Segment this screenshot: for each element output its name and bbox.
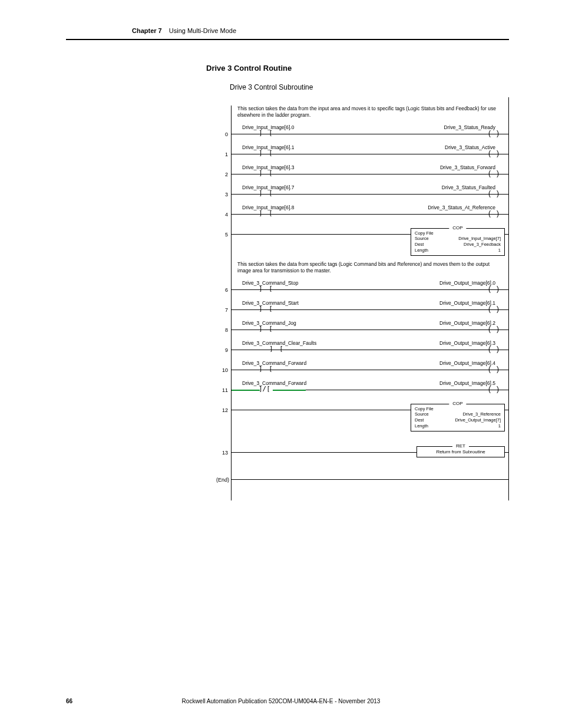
cop-value: 1: [498, 248, 501, 253]
cop-field: Length: [415, 423, 428, 429]
rung-number: 0: [220, 131, 228, 137]
xio-label: Drive_3_Command_Forward: [242, 380, 306, 386]
cop-name: Copy File: [415, 230, 501, 236]
ret-instruction: RET Return from Subroutine: [416, 446, 505, 457]
ote-label: Drive_Output_Image[6].2: [439, 320, 495, 326]
cop-field: Dest: [415, 242, 424, 248]
ote-label: Drive_Output_Image[6].0: [439, 280, 495, 286]
ote-label: Drive_Output_Image[6].5: [439, 380, 495, 386]
cop-field: Length: [415, 248, 428, 253]
xic-icon: ] [: [259, 325, 274, 332]
rung-1: 1 Drive_Input_Image[6].1 ] [ Drive_3_Sta…: [232, 142, 508, 162]
rung-2: 2 Drive_Input_Image[6].3 ] [ Drive_3_Sta…: [232, 162, 508, 182]
cop-field: Dest: [415, 417, 424, 423]
rung-9: 9 Drive_3_Command_Clear_Faults ] [ Drive…: [232, 338, 508, 358]
cop-value: Drive_3_Feedback: [464, 242, 501, 248]
cop-title: COP: [449, 401, 466, 406]
cop-instruction: COP Copy File SourceDrive_Input_Image[7]…: [411, 228, 505, 256]
ote-icon: [490, 325, 498, 334]
rung-8: 8 Drive_3_Command_Jog ] [ Drive_Output_I…: [232, 318, 508, 338]
ote-icon: [490, 170, 498, 178]
page-footer: 66 Rockwell Automation Publication 520CO…: [0, 698, 562, 704]
ote-icon: [490, 285, 498, 294]
rung-10: 10 Drive_3_Command_Forward ] [ Drive_Out…: [232, 358, 508, 378]
ote-icon: [490, 190, 498, 198]
section-heading: Drive 3 Control Routine: [206, 64, 562, 73]
xic-icon: ] [: [259, 285, 274, 292]
xic-icon: ] [: [259, 149, 274, 157]
ote-icon: [490, 365, 498, 374]
rung-end: (End): [232, 467, 508, 483]
rung-number: 5: [220, 232, 228, 238]
page-header: Chapter 7 Using Multi-Drive Mode: [66, 0, 509, 40]
ladder-diagram: This section takes the data from the inp…: [223, 97, 509, 500]
rung-11: 11 Drive_3_Command_Forward ]/[ Drive_Out…: [232, 378, 508, 398]
rung-3: 3 Drive_Input_Image[6].7 ] [ Drive_3_Sta…: [232, 182, 508, 202]
xic-icon: ] [: [259, 169, 274, 177]
cop-name: Copy File: [415, 406, 501, 411]
ote-icon: [490, 305, 498, 314]
ote-label: Drive_Output_Image[6].1: [439, 300, 495, 306]
rung-number: 7: [220, 307, 228, 313]
rung-number: 2: [220, 172, 228, 177]
page-number: 66: [66, 698, 72, 704]
ote-icon: [490, 150, 498, 158]
rung-4: 4 Drive_Input_Image[6].8 ] [ Drive_3_Sta…: [232, 202, 508, 222]
xic-icon: ] [: [259, 189, 274, 197]
xic-icon: ] [: [269, 345, 285, 353]
rung-number: 11: [220, 387, 228, 393]
publication-line: Rockwell Automation Publication 520COM-U…: [182, 698, 381, 704]
xic-icon: ] [: [259, 129, 274, 137]
cop-field: Source: [415, 411, 429, 417]
rung-number: 3: [220, 192, 228, 197]
cop-value: Drive_3_Reference: [462, 411, 501, 417]
ote-label: Drive_3_Status_Forward: [440, 164, 495, 170]
rung-13: 13 RET Return from Subroutine: [232, 440, 508, 467]
ote-icon: [490, 386, 498, 394]
chapter-title: Using Multi-Drive Mode: [169, 27, 236, 34]
xic-icon: ] [: [259, 209, 274, 217]
rung-5: 5 COP Copy File SourceDrive_Input_Image[…: [232, 222, 508, 258]
rung-number: 6: [220, 287, 228, 293]
cop-instruction: COP Copy File SourceDrive_3_Reference De…: [411, 404, 505, 431]
ote-label: Drive_3_Status_At_Reference: [428, 205, 495, 210]
rung-7: 7 Drive_3_Command_Start ] [ Drive_Output…: [232, 298, 508, 318]
cop-value: Drive_Input_Image[7]: [458, 236, 501, 242]
ote-label: Drive_Output_Image[6].4: [439, 360, 495, 366]
rung-number: 12: [220, 407, 228, 413]
cop-value: Drive_Output_Image[7]: [455, 417, 501, 423]
ret-label: Return from Subroutine: [436, 449, 485, 454]
rung-number: 10: [220, 367, 228, 373]
subroutine-title: Drive 3 Control Subroutine: [230, 83, 562, 91]
ote-label: Drive_3_Status_Faulted: [442, 185, 495, 190]
description-2: This section takes the data from specifi…: [237, 261, 503, 274]
xic-label: Drive_3_Command_Forward: [242, 360, 306, 366]
ote-icon: [490, 130, 498, 138]
ret-title: RET: [452, 443, 469, 449]
rung-12: 12 COP Copy File SourceDrive_3_Reference…: [232, 398, 508, 440]
chapter-label: Chapter 7: [132, 27, 162, 34]
description-1: This section takes the data from the inp…: [237, 106, 503, 118]
rung-number: 4: [220, 212, 228, 218]
cop-field: Source: [415, 236, 429, 242]
rung-6: 6 Drive_3_Command_Stop ] [ Drive_Output_…: [232, 278, 508, 298]
ote-icon: [490, 345, 498, 354]
cop-value: 1: [498, 423, 501, 429]
xic-icon: ] [: [259, 305, 274, 312]
ote-label: Drive_3_Status_Ready: [444, 124, 495, 130]
xic-icon: ] [: [259, 365, 274, 373]
rung-number: 9: [220, 347, 228, 353]
xio-icon: ]/[: [259, 385, 270, 393]
rung-number: 13: [220, 450, 228, 456]
rung-number: 1: [220, 151, 228, 157]
ote-icon: [490, 210, 498, 218]
rung-0: 0 Drive_Input_Image[6].0 ] [ Drive_3_Sta…: [232, 122, 508, 142]
cop-title: COP: [449, 225, 466, 230]
end-label: (End): [211, 477, 229, 483]
ote-label: Drive_Output_Image[6].3: [439, 340, 495, 346]
rung-number: 8: [220, 327, 228, 333]
